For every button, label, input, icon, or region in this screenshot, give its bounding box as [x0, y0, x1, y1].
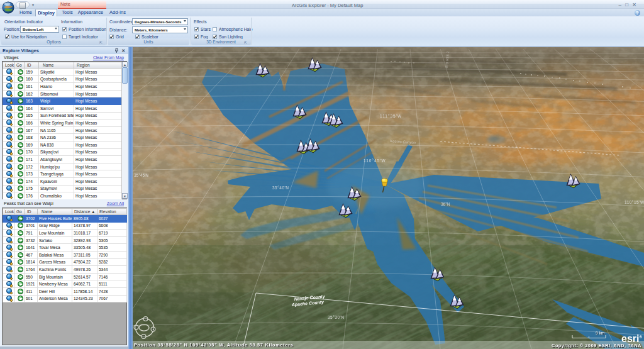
svg-text:esri®: esri®	[621, 333, 642, 344]
svg-text:110°45'W: 110°45'W	[364, 158, 386, 163]
svg-text:36°N: 36°N	[441, 202, 450, 206]
svg-text:35°30'N: 35°30'N	[328, 315, 345, 319]
svg-text:35°40'N: 35°40'N	[272, 186, 289, 190]
svg-text:110°15'W: 110°15'W	[625, 200, 644, 204]
svg-text:Position 35°55'28" N 109°42: Position 35°55'28" N 109°42'05" W, Altit…	[134, 342, 294, 348]
svg-text:35°45'N: 35°45'N	[134, 173, 148, 177]
svg-text:9 km: 9 km	[596, 331, 604, 335]
svg-text:111°35'W: 111°35'W	[380, 114, 402, 118]
